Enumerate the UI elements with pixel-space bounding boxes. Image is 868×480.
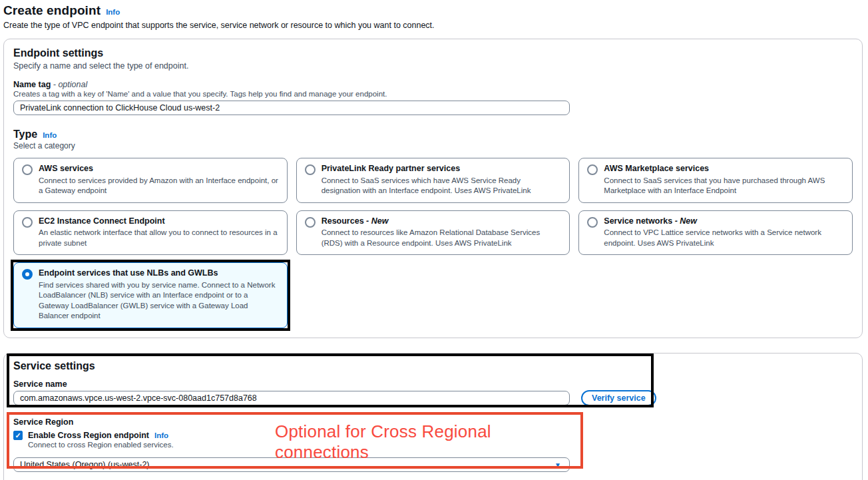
type-option-aws-services[interactable]: AWS services Connect to services provide… (13, 158, 288, 203)
radio-icon[interactable] (305, 164, 316, 175)
name-tag-optional-suffix: - optional (53, 80, 87, 89)
option-label: Service networks (604, 216, 672, 226)
option-label: PrivateLink Ready partner services (322, 164, 460, 173)
option-label: Resources (322, 216, 364, 226)
option-label: AWS services (39, 164, 93, 173)
option-description: An elastic network interface that allow … (39, 228, 279, 248)
name-tag-help: Creates a tag with a key of 'Name' and a… (13, 90, 853, 98)
service-name-input[interactable]: com.amazonaws.vpce.us-west-2.vpce-svc-08… (13, 391, 570, 405)
verify-service-button[interactable]: Verify service (581, 390, 656, 406)
region-select[interactable]: United States (Oregon) (us-west-2) ▼ (13, 457, 570, 472)
option-label: AWS Marketplace services (604, 164, 709, 173)
annotation-rect-black-selected-option: Endpoint services that use NLBs and GWLB… (11, 260, 290, 331)
type-info-link[interactable]: Info (43, 131, 57, 139)
chevron-down-icon: ▼ (554, 461, 561, 469)
page-title: Create endpoint (3, 3, 101, 18)
radio-icon[interactable] (587, 217, 598, 228)
service-name-label: Service name (13, 379, 853, 389)
type-option-service-networks[interactable]: Service networks - New Connect to VPC La… (578, 210, 853, 256)
option-label: Endpoint services that use NLBs and GWLB… (39, 268, 218, 278)
radio-icon[interactable] (305, 217, 316, 228)
service-settings-heading: Service settings (13, 360, 853, 372)
type-description: Select a category (13, 141, 853, 150)
service-region-label: Service Region (13, 417, 853, 427)
type-option-privatelink-partner-services[interactable]: PrivateLink Ready partner services Conne… (296, 158, 570, 203)
option-description: Find services shared with you by service… (39, 280, 279, 322)
type-option-endpoint-services-nlb-gwlb[interactable]: Endpoint services that use NLBs and GWLB… (13, 262, 288, 328)
page-title-info-link[interactable]: Info (106, 8, 120, 16)
radio-icon[interactable] (22, 217, 33, 228)
page-description: Create the type of VPC endpoint that sup… (3, 21, 863, 30)
region-select-value: United States (Oregon) (us-west-2) (20, 460, 150, 469)
type-heading: Type (13, 128, 37, 140)
endpoint-settings-heading: Endpoint settings (13, 47, 853, 59)
radio-icon[interactable] (587, 164, 598, 175)
option-label: EC2 Instance Connect Endpoint (39, 216, 165, 226)
option-new-badge: - New (366, 216, 388, 226)
service-settings-card: Optional for Cross Regional connections … (3, 353, 863, 480)
option-description: Connect to SaaS services which have AWS … (322, 176, 562, 196)
type-option-aws-marketplace-services[interactable]: AWS Marketplace services Connect to SaaS… (578, 158, 853, 203)
radio-icon-selected[interactable] (22, 269, 33, 280)
cross-region-checkbox-label: Enable Cross Region endpoint (28, 431, 149, 440)
radio-icon[interactable] (22, 164, 33, 175)
type-option-resources[interactable]: Resources - New Connect to resources lik… (296, 210, 570, 256)
type-options-grid: AWS services Connect to services provide… (13, 158, 853, 328)
name-tag-input[interactable]: PrivateLink connection to ClickHouse Clo… (13, 101, 570, 115)
endpoint-settings-card: Endpoint settings Specify a name and sel… (3, 39, 863, 338)
option-new-badge: - New (675, 216, 697, 226)
name-tag-label: Name tag - optional (13, 80, 853, 89)
option-description: Connect to VPC Lattice service networks … (604, 228, 844, 248)
option-description: Connect to resources like Amazon Relatio… (322, 228, 562, 248)
option-description: Connect to SaaS services that you have p… (604, 176, 844, 196)
create-endpoint-page: Create endpoint Info Create the type of … (0, 0, 868, 480)
page-header: Create endpoint Info Create the type of … (3, 3, 863, 30)
cross-region-checkbox[interactable]: ✓ (13, 431, 23, 440)
cross-region-info-link[interactable]: Info (154, 431, 168, 439)
type-option-ec2-instance-connect[interactable]: EC2 Instance Connect Endpoint An elastic… (13, 210, 288, 256)
cross-region-help: Connect to cross Region enabled services… (28, 441, 853, 449)
option-description: Connect to services provided by Amazon w… (39, 176, 279, 196)
endpoint-settings-description: Specify a name and select the type of en… (13, 61, 853, 71)
